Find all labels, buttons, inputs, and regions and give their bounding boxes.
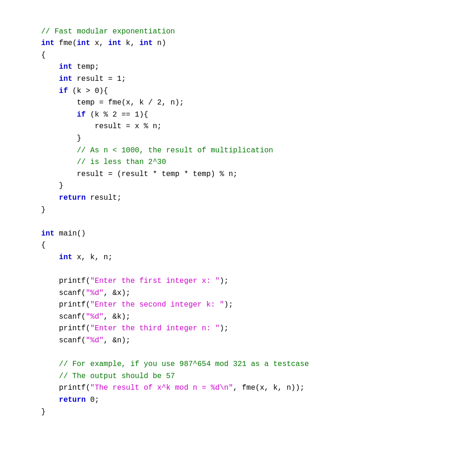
code-line-16: }	[23, 206, 46, 214]
code-line-25b: , &k);	[104, 313, 131, 321]
kw-int-8: int	[59, 253, 73, 262]
comment-line-29: // For example, if you use 987^654 mod 3…	[23, 360, 309, 368]
code-line-26: printf(	[23, 324, 90, 333]
code-line-6	[23, 87, 59, 95]
kw-if-1: if	[59, 87, 68, 95]
code-line-15	[23, 194, 59, 202]
code-line-20b: x, k, n;	[73, 253, 112, 262]
str-4: "%d"	[86, 313, 103, 321]
code-line-7: temp = fme(x, k / 2, n);	[23, 98, 184, 107]
code-line-31b: , fme(x, k, n));	[233, 384, 304, 392]
code-line-10: }	[23, 134, 81, 143]
code-line-32	[23, 396, 59, 404]
kw-return-1: return	[59, 194, 86, 202]
code-line-26b: );	[219, 324, 228, 333]
code-line-18	[23, 229, 41, 238]
code-line-9: result = x % n;	[23, 122, 162, 131]
comment-line-11: // As n < 1000, the result of multiplica…	[23, 146, 273, 155]
str-1: "Enter the first integer x: "	[90, 277, 219, 285]
code-line-6b: (k > 0){	[68, 87, 108, 95]
kw-int-5: int	[59, 63, 73, 71]
code-line-2	[23, 39, 41, 47]
code-line-2c: x,	[90, 39, 108, 47]
kw-int-2: int	[77, 39, 90, 47]
str-5: "Enter the third integer n: "	[90, 324, 219, 333]
code-line-27: scanf(	[23, 336, 86, 345]
code-line-2d: k,	[121, 39, 139, 47]
code-line-33: }	[23, 408, 46, 416]
code-line-5	[23, 75, 59, 83]
code-line-31: printf(	[23, 384, 90, 392]
code-line-20	[23, 253, 59, 262]
code-line-24b: );	[224, 301, 233, 309]
code-line-15b: result;	[86, 194, 121, 202]
comment-line-30: // The output should be 57	[23, 372, 175, 380]
kw-int-4: int	[139, 39, 153, 47]
code-editor: // Fast modular exponentiation int fme(i…	[23, 14, 453, 418]
str-7: "The result of x^k mod n = %d\n"	[90, 384, 233, 392]
comment-line-12: // is less than 2^30	[23, 158, 166, 166]
code-line-3: {	[23, 51, 46, 59]
str-2: "%d"	[86, 289, 103, 297]
code-line-23b: , &x);	[104, 289, 131, 297]
kw-int-7: int	[41, 229, 54, 238]
code-line-13: result = (result * temp * temp) % n;	[23, 170, 238, 178]
comment-line-1: // Fast modular exponentiation	[23, 27, 175, 36]
code-line-8b: (k % 2 == 1){	[86, 111, 148, 119]
kw-int-6: int	[59, 75, 73, 83]
code-line-25: scanf(	[23, 313, 86, 321]
kw-if-2: if	[77, 111, 86, 119]
code-line-32b: 0;	[86, 396, 99, 404]
code-line-8	[23, 111, 77, 119]
code-line-24: printf(	[23, 301, 90, 309]
code-line-22: printf(	[23, 277, 90, 285]
code-line-2e: n)	[152, 39, 166, 47]
code-line-18b: main()	[54, 229, 86, 238]
str-3: "Enter the second integer k: "	[90, 301, 224, 309]
code-line-5b: result = 1;	[73, 75, 126, 83]
kw-int-1: int	[41, 39, 54, 47]
kw-return-2: return	[59, 396, 86, 404]
code-line-4	[23, 63, 59, 71]
code-line-19: {	[23, 241, 46, 249]
code-line-27b: , &n);	[104, 336, 131, 345]
str-6: "%d"	[86, 336, 103, 345]
code-line-2b: fme(	[54, 39, 77, 47]
code-line-22b: );	[219, 277, 228, 285]
code-line-4b: temp;	[73, 63, 99, 71]
code-line-14: }	[23, 182, 63, 190]
code-line-23: scanf(	[23, 289, 86, 297]
kw-int-3: int	[108, 39, 121, 47]
